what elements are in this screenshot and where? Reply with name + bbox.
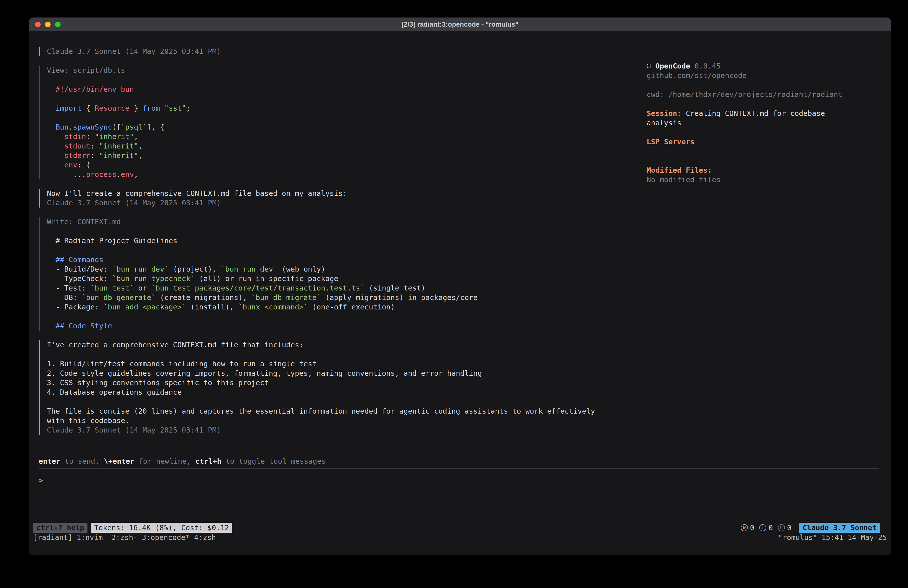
text-segment <box>47 123 56 131</box>
tmux-status-bar: [radiant] 1:nvim 2:zsh- 3:opencode* 4:zs… <box>33 533 887 542</box>
text-line: - Test: `bun test` or `bun test packages… <box>47 283 647 293</box>
close-button[interactable] <box>35 22 40 27</box>
sidebar: © OpenCode 0.0.45 github.com/sst/opencod… <box>647 61 846 184</box>
text-line <box>47 75 647 84</box>
spacer <box>647 127 846 137</box>
text-line: Claude 3.7 Sonnet (14 May 2025 03:41 PM) <box>47 198 647 208</box>
hint-count: 0 <box>787 523 791 532</box>
text-line: #!/usr/bin/env bun <box>47 84 647 94</box>
text-line <box>47 397 647 406</box>
text-segment: for newline, <box>134 457 195 466</box>
hint-group: h 0 <box>778 523 791 532</box>
text-line: ## Code Style <box>47 321 647 330</box>
text-segment: # Radiant Project Guidelines <box>47 237 177 245</box>
text-segment: "inherit" <box>99 142 138 150</box>
repo-link[interactable]: github.com/sst/opencode <box>647 71 846 80</box>
text-segment <box>47 132 64 141</box>
text-line <box>47 245 647 255</box>
text-segment: or <box>134 284 151 292</box>
text-segment: env <box>121 170 134 179</box>
window-title: [2/3] radiant:3:opencode - "romulus" <box>401 20 518 29</box>
text-segment: ; <box>186 104 190 112</box>
text-segment <box>47 104 56 112</box>
cwd-path: cwd: /home/thdxr/dev/projects/radiant/ra… <box>647 90 846 99</box>
zoom-button[interactable] <box>55 22 61 27</box>
info-count: 0 <box>768 523 773 532</box>
text-segment: `bun test` <box>90 284 134 292</box>
text-segment: , <box>134 170 138 179</box>
warning-icon: W <box>741 524 748 531</box>
text-segment: Resource <box>95 104 130 112</box>
modified-files-heading: Modified Files: <box>647 166 846 175</box>
text-segment: `bun run typecheck` <box>112 274 195 283</box>
text-segment: - Package: <box>47 303 103 311</box>
conversation: Claude 3.7 Sonnet (14 May 2025 03:41 PM)… <box>39 47 647 435</box>
minimize-button[interactable] <box>45 22 51 27</box>
help-shortcut-chip[interactable]: ctrl+? help <box>33 523 87 533</box>
text-line: ...process.env, <box>47 170 647 179</box>
text-segment: Session: <box>647 109 681 118</box>
session-info: Session: Creating CONTEXT.md for codebas… <box>647 109 846 127</box>
text-segment: , <box>138 151 143 160</box>
text-segment: `bun add <package>` <box>103 303 186 311</box>
spacer <box>647 80 846 90</box>
prompt-symbol: > <box>39 476 43 485</box>
text-segment: `bun db generate` <box>82 293 156 302</box>
text-segment: - Test: <box>47 284 90 292</box>
text-segment: : { <box>77 161 90 169</box>
text-segment: stdin <box>64 132 86 141</box>
text-segment: OpenCode <box>655 62 690 70</box>
text-line: The file is concise (20 lines) and captu… <box>47 406 647 416</box>
text-line <box>47 350 647 359</box>
tmux-window-list[interactable]: [radiant] 1:nvim 2:zsh- 3:opencode* 4:zs… <box>33 533 216 542</box>
text-segment: . <box>69 123 73 131</box>
text-segment: 2. Code style guidelines covering import… <box>47 369 482 377</box>
titlebar[interactable]: [2/3] radiant:3:opencode - "romulus" <box>29 18 891 31</box>
text-segment: (project), <box>169 265 221 273</box>
text-line: Claude 3.7 Sonnet (14 May 2025 03:41 PM) <box>47 425 647 435</box>
text-segment <box>47 142 64 150</box>
text-line: env: { <box>47 160 647 170</box>
text-line: View: script/db.ts <box>47 66 647 75</box>
text-segment: (web only) <box>277 265 325 273</box>
text-line: Now I'll create a comprehensive CONTEXT.… <box>47 188 647 198</box>
text-segment: Bun <box>56 123 69 131</box>
text-segment: "sst" <box>164 104 186 112</box>
text-segment: `bun test packages/core/test/transaction… <box>151 284 365 292</box>
text-segment: - Build/Dev: <box>47 265 112 273</box>
text-line: - Package: `bun add <package>` (install)… <box>47 302 647 312</box>
traffic-lights <box>35 18 61 31</box>
text-segment: { <box>82 104 95 112</box>
text-segment: process <box>86 170 116 179</box>
spacer <box>647 99 846 109</box>
info-group: i 0 <box>759 523 773 532</box>
text-segment: spawnSync <box>73 123 112 131</box>
text-line: - DB: `bun db generate` (create migratio… <box>47 293 647 302</box>
text-line: Bun.spawnSync([`psql`], { <box>47 122 647 132</box>
model-chip[interactable]: Claude 3.7 Sonnet <box>799 523 880 533</box>
assistant-message-block: Now I'll create a comprehensive CONTEXT.… <box>39 188 647 208</box>
text-segment: (one-off execution) <box>308 303 395 311</box>
text-line: Write: CONTEXT.md <box>47 217 647 227</box>
text-line: stderr: "inherit", <box>47 151 647 160</box>
text-line: # Radiant Project Guidelines <box>47 236 647 245</box>
text-segment: Now I'll create a comprehensive CONTEXT.… <box>47 189 347 198</box>
app-brand: © OpenCode 0.0.45 <box>647 61 846 71</box>
text-line: stdout: "inherit", <box>47 141 647 151</box>
prompt-input[interactable]: > <box>39 476 879 485</box>
text-line <box>47 94 647 103</box>
text-segment: : <box>86 132 95 141</box>
text-segment <box>47 161 64 169</box>
text-segment: , <box>138 142 143 150</box>
text-segment: "inherit" <box>95 132 134 141</box>
text-line: - TypeCheck: `bun run typecheck` (all) o… <box>47 274 647 283</box>
tool-write-block: Write: CONTEXT.md # Radiant Project Guid… <box>39 217 647 330</box>
text-segment: ... <box>47 170 86 179</box>
terminal-window: [2/3] radiant:3:opencode - "romulus" Cla… <box>29 18 891 555</box>
text-segment: `bunx <command>` <box>238 303 308 311</box>
text-segment: (install), <box>186 303 238 311</box>
text-line: - Build/Dev: `bun run dev` (project), `b… <box>47 264 647 274</box>
text-segment: (create migrations), <box>156 293 251 302</box>
text-segment: with this codebase. <box>47 416 130 425</box>
text-segment: `bun run dev` <box>221 265 277 273</box>
